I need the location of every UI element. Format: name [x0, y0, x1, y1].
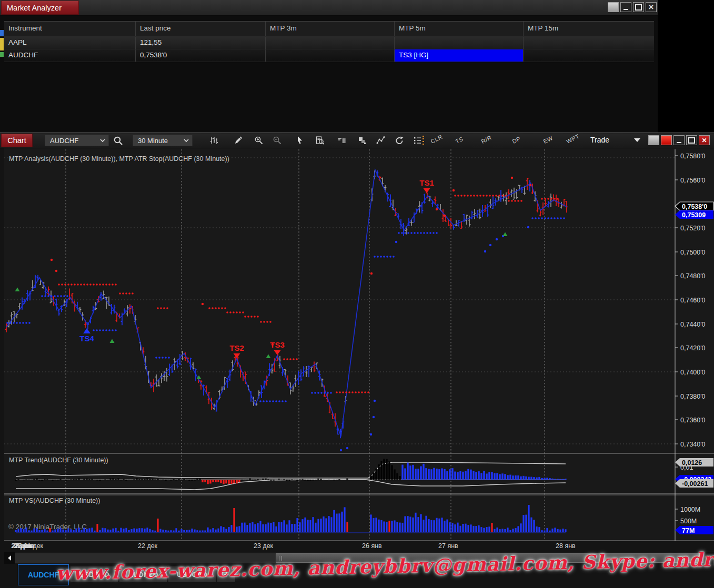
list-icon: [413, 136, 423, 145]
chevron-down-icon: [100, 139, 105, 143]
interval-select[interactable]: 30 Minute: [133, 135, 193, 146]
cell-mtp-15m[interactable]: [524, 49, 654, 62]
polyline-icon: [376, 136, 386, 145]
interval-select-value: 30 Minute: [138, 137, 168, 145]
market-analyzer-titlebar[interactable]: Market Analyzer ✕: [0, 0, 658, 16]
zoom-in-button[interactable]: [252, 135, 266, 146]
market-analyzer-table: Instrument Last price MTP 3m MTP 5m MTP …: [4, 21, 654, 62]
column-header-last-price[interactable]: Last price: [136, 22, 266, 36]
cursor-button[interactable]: [293, 135, 306, 146]
cell-mtp-5m[interactable]: [395, 37, 524, 49]
chart-window: Chart AUDCHF 30 Minute: [0, 133, 714, 588]
scroll-left-button[interactable]: [4, 552, 15, 564]
reload-button[interactable]: [393, 135, 406, 146]
instrument-select-value: AUDCHF: [50, 137, 78, 145]
strategy-button-ew[interactable]: EW: [542, 135, 554, 145]
chart-title-tab[interactable]: Chart: [1, 134, 33, 147]
instrument-select[interactable]: AUDCHF: [45, 135, 109, 146]
cell-mtp-15m[interactable]: [524, 37, 654, 49]
chart-toolbar: Chart AUDCHF 30 Minute: [0, 133, 714, 148]
close-icon[interactable]: ✕: [699, 135, 710, 145]
cell-last-price[interactable]: 121,55: [136, 37, 266, 49]
strategy-button-clr[interactable]: CLR: [430, 134, 444, 145]
background-window-sliver-green: [0, 52, 4, 57]
strategy-button-wpt[interactable]: WPT: [566, 133, 581, 145]
background-window-sliver-blue: [0, 30, 4, 36]
maximize-icon[interactable]: [633, 2, 644, 12]
window-extra-button[interactable]: [608, 2, 619, 12]
chart-plot-area[interactable]: [4, 148, 714, 541]
minimize-icon[interactable]: [673, 135, 685, 145]
close-icon[interactable]: ✕: [646, 2, 657, 12]
data-box-button[interactable]: [313, 135, 327, 146]
polyline-button[interactable]: [374, 135, 388, 146]
window-red-button[interactable]: [661, 135, 672, 145]
objects-button[interactable]: [355, 135, 369, 146]
chart-style-button[interactable]: [207, 135, 221, 146]
trade-menu[interactable]: Trade: [590, 136, 609, 144]
zoom-in-icon: [254, 136, 264, 145]
column-header-instrument[interactable]: Instrument: [4, 22, 136, 36]
vs-panel-title: MTP VS(AUDCHF (30 Minute)): [9, 497, 100, 504]
cell-instrument[interactable]: AUDCHF: [4, 49, 136, 62]
market-analyzer-window: Market Analyzer ✕ Instrument Last price …: [0, 0, 658, 133]
zoom-out-icon: [273, 136, 282, 145]
cursor-icon: [295, 136, 304, 145]
table-row-audchf[interactable]: AUDCHF 0,7538'0 TS3 [HG]: [4, 49, 654, 62]
reload-icon: [395, 136, 404, 145]
strategy-button-rr[interactable]: R/R: [480, 134, 493, 145]
layers-icon: [357, 136, 367, 145]
cell-last-price[interactable]: 0,7538'0: [136, 49, 266, 62]
table-header-row: Instrument Last price MTP 3m MTP 5m MTP …: [4, 21, 654, 37]
toolbar-drag-handle[interactable]: [423, 136, 424, 145]
background-window-sliver-yellow: [0, 38, 4, 50]
cell-mtp-3m[interactable]: [266, 49, 395, 62]
instrument-search-button[interactable]: [111, 135, 125, 146]
column-header-mtp-15m[interactable]: MTP 15m: [524, 22, 654, 36]
bar-spacing-icon: [337, 136, 347, 145]
search-icon: [113, 136, 123, 146]
window-extra-button[interactable]: [648, 135, 659, 145]
draw-button[interactable]: [232, 135, 245, 146]
maximize-icon[interactable]: [686, 135, 697, 145]
cell-instrument[interactable]: AAPL: [4, 37, 136, 49]
zoom-out-button[interactable]: [270, 135, 284, 146]
table-row-aapl[interactable]: AAPL 121,55: [4, 37, 654, 49]
column-header-mtp-5m[interactable]: MTP 5m: [395, 22, 524, 36]
chevron-down-icon: [184, 139, 189, 143]
bar-chart-icon: [209, 136, 219, 145]
copyright-text: © 2017 NinjaTrader, LLC: [8, 523, 87, 531]
arrow-left-icon: [8, 555, 11, 561]
strategy-button-ts[interactable]: TS: [455, 135, 465, 145]
trade-dropdown-caret-icon[interactable]: [634, 138, 640, 142]
column-header-mtp-3m[interactable]: MTP 3m: [266, 22, 395, 36]
document-search-icon: [315, 136, 325, 145]
cell-mtp-5m-signal[interactable]: TS3 [HG]: [395, 49, 524, 62]
strategy-button-dp[interactable]: DP: [511, 135, 522, 145]
price-panel-title: MTP Analysis(AUDCHF (30 Minute)), MTP AT…: [9, 155, 229, 163]
market-analyzer-title-tab[interactable]: Market Analyzer: [1, 1, 79, 15]
bar-spacing-button[interactable]: [335, 135, 349, 146]
trend-panel-title: MTP Trend(AUDCHF (30 Minute)): [9, 457, 108, 464]
minimize-icon[interactable]: [620, 2, 631, 12]
pencil-icon: [234, 136, 243, 145]
cell-mtp-3m[interactable]: [266, 37, 395, 49]
